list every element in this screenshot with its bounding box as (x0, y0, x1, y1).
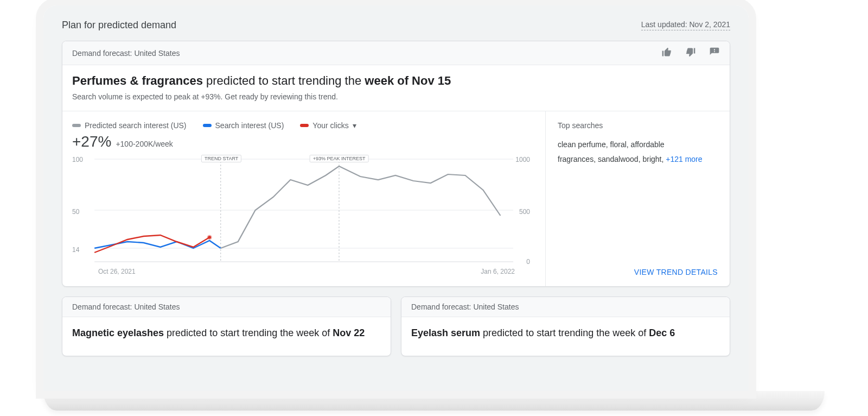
screen: Plan for predicted demand Last updated: … (43, 5, 749, 391)
trend-chart (72, 156, 530, 264)
headline-mid: predicted to start trending the week of (480, 327, 649, 338)
last-updated: Last updated: Nov 2, 2021 (641, 20, 730, 30)
x-axis-labels: Oct 26, 2021 Jan 6, 2022 (72, 264, 530, 275)
top-searches-panel: Top searches clean perfume, floral, affo… (545, 111, 730, 286)
card-banner: Demand forecast: United States (62, 41, 730, 65)
y-right-1000: 1000 (515, 156, 530, 163)
chip-icon (72, 124, 81, 127)
laptop-base (43, 391, 825, 411)
forecast-headline: Perfumes & fragrances predicted to start… (72, 74, 720, 88)
forecast-region-label: Demand forecast: United States (411, 302, 519, 311)
top-searches-line2: fragrances, sandalwood, bright, (558, 155, 666, 163)
y-left-50: 50 (72, 208, 79, 216)
legend-clicks-dropdown[interactable]: Your clicks ▾ (300, 121, 356, 130)
stat-summary: +27% +100-200K/week (72, 133, 530, 150)
chart-column: Predicted search interest (US) Search in… (62, 111, 545, 286)
headline-topic: Magnetic eyelashes (72, 327, 164, 338)
legend-predicted: Predicted search interest (US) (72, 121, 187, 130)
headline-topic: Eyelash serum (411, 327, 480, 338)
chart-area: 100 50 14 1000 500 0 TREND START +93% PE… (72, 156, 530, 281)
thumbs-down-icon[interactable] (685, 47, 696, 59)
headline-week: Dec 6 (649, 327, 675, 338)
forecast-headline: Magnetic eyelashes predicted to start tr… (72, 326, 381, 341)
feedback-icons (661, 47, 720, 59)
chip-icon (300, 124, 309, 127)
top-searches-text: clean perfume, floral, affordable fragra… (558, 137, 718, 166)
legend-clicks-label: Your clicks (312, 121, 348, 130)
forecast-subtext: Search volume is expected to peak at +93… (72, 92, 720, 101)
card-banner: Demand forecast: United States (401, 297, 730, 317)
chart-legend: Predicted search interest (US) Search in… (72, 121, 530, 130)
laptop-frame: Plan for predicted demand Last updated: … (43, 5, 749, 391)
legend-predicted-label: Predicted search interest (US) (85, 121, 187, 130)
forecast-card-eyelash-serum[interactable]: Demand forecast: United States Eyelash s… (401, 297, 730, 356)
headline-week: Nov 22 (333, 327, 365, 338)
stat-percent: +27% (72, 133, 111, 150)
top-searches-title: Top searches (558, 121, 718, 130)
card-head: Magnetic eyelashes predicted to start tr… (62, 317, 391, 356)
secondary-cards-row: Demand forecast: United States Magnetic … (62, 297, 730, 356)
forecast-headline: Eyelash serum predicted to start trendin… (411, 326, 720, 341)
page-title: Plan for predicted demand (62, 20, 176, 31)
card-banner: Demand forecast: United States (62, 297, 391, 317)
x-end: Jan 6, 2022 (481, 268, 515, 275)
x-start: Oct 26, 2021 (98, 268, 136, 275)
chevron-down-icon: ▾ (353, 121, 356, 130)
page-header: Plan for predicted demand Last updated: … (62, 16, 730, 41)
legend-actual: Search interest (US) (203, 121, 284, 130)
stat-range: +100-200K/week (116, 140, 173, 148)
y-left-100: 100 (72, 156, 83, 163)
legend-actual-label: Search interest (US) (215, 121, 284, 130)
feedback-icon[interactable] (709, 47, 720, 59)
card-body: Predicted search interest (US) Search in… (62, 111, 730, 286)
main-forecast-card: Demand forecast: United States Perfumes … (62, 41, 730, 287)
view-trend-details-button[interactable]: VIEW TREND DETAILS (558, 268, 718, 276)
thumbs-up-icon[interactable] (661, 47, 672, 59)
y-right-500: 500 (519, 208, 530, 216)
top-searches-line1: clean perfume, floral, affordable (558, 140, 665, 149)
tag-trend-start: TREND START (201, 155, 241, 162)
card-head: Eyelash serum predicted to start trendin… (401, 317, 730, 356)
chip-icon (203, 124, 212, 127)
card-head: Perfumes & fragrances predicted to start… (62, 65, 730, 111)
headline-week: week of Nov 15 (365, 74, 451, 87)
forecast-card-magnetic-eyelashes[interactable]: Demand forecast: United States Magnetic … (62, 297, 391, 356)
forecast-region-label: Demand forecast: United States (72, 49, 180, 58)
headline-topic: Perfumes & fragrances (72, 74, 203, 87)
more-searches-link[interactable]: +121 more (666, 155, 702, 163)
tag-peak: +93% PEAK INTEREST (310, 155, 369, 162)
y-right-0: 0 (526, 258, 530, 266)
svg-point-7 (208, 236, 211, 239)
forecast-region-label: Demand forecast: United States (72, 302, 180, 311)
headline-mid: predicted to start trending the week of (164, 327, 333, 338)
y-left-14: 14 (72, 246, 79, 254)
headline-mid: predicted to start trending the (203, 74, 365, 87)
